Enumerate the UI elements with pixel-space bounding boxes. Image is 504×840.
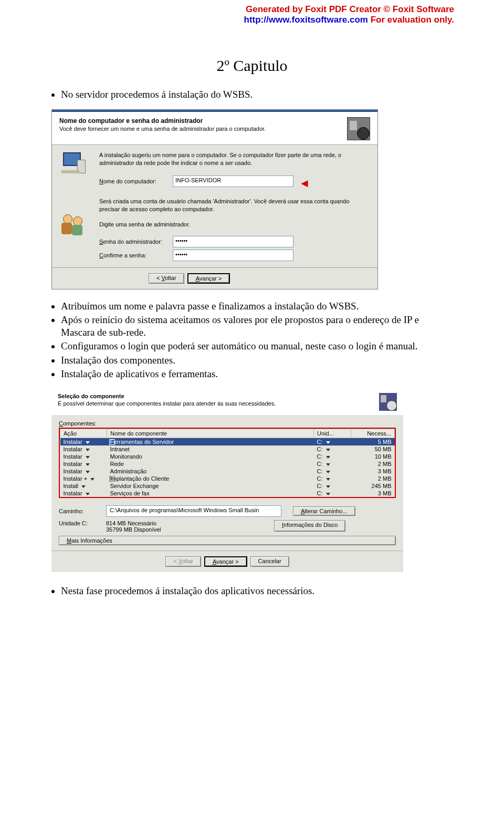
next-button[interactable]: Avançar > [187, 273, 230, 284]
users-icon [61, 213, 86, 236]
components-label: Componentes: [59, 420, 396, 427]
more-info-button[interactable]: Mais Informações [59, 536, 396, 545]
dialog1-title: Nome do computador e senha do administra… [59, 117, 266, 125]
disk-info-button[interactable]: Informações do Disco [274, 520, 345, 532]
table-row[interactable]: Instalar RedeC: 2 MB [60, 460, 395, 468]
dialog1-paragraph-3: Digite uma senha de administrador. [99, 221, 368, 229]
path-label: Caminho: [59, 508, 106, 514]
table-row[interactable]: Install Servidor ExchangeC: 245 MB [60, 482, 395, 490]
dialog1-subtitle: Você deve fornecer um nome e uma senha d… [59, 126, 266, 132]
intro-bullet: No servidor procedemos á instalação do W… [61, 88, 453, 101]
change-path-button[interactable]: Alterar Caminho... [293, 506, 355, 516]
dialog1-paragraph-1: A instalação sugeriu um nome para o comp… [99, 151, 368, 167]
highlight-arrow-icon: ◄ [299, 177, 310, 190]
password-input[interactable]: •••••• [173, 236, 293, 247]
list-item: Após o reinício do sistema aceitamos os … [61, 314, 453, 339]
component-selection-dialog: Seleção do componente É possível determi… [51, 389, 403, 572]
mid-bullet-list: Atribuímos um nome e palavra passe e fin… [61, 300, 453, 381]
back-button: < Voltar [165, 556, 201, 567]
table-row[interactable]: Instalar −Ferramentas do ServidorC: 5 MB [60, 438, 395, 446]
installer-dialog-name-password: Nome do computador e senha do administra… [51, 109, 378, 289]
chapter-title: 2º Capitulo [51, 57, 453, 75]
components-table-highlight: Ação Nome do componente Unid... Necess..… [59, 428, 396, 498]
list-item: Instalação de aplicativos e ferramentas. [61, 368, 453, 380]
table-row[interactable]: Instalar IntranetC: 50 MB [60, 445, 395, 453]
setup-disk-icon [379, 393, 397, 411]
watermark-line2: http://www.foxitsoftware.com For evaluat… [0, 15, 454, 25]
cancel-button[interactable]: Cancelar [250, 556, 289, 567]
confirm-password-label: Confirme a senha: [99, 252, 173, 258]
table-row[interactable]: Instalar Serviços de faxC: 3 MB [60, 490, 395, 497]
dialog2-subtitle: É possível determinar que componentes in… [58, 400, 276, 407]
watermark: Generated by Foxit PDF Creator © Foxit S… [0, 0, 504, 25]
confirm-password-input[interactable]: •••••• [173, 250, 293, 261]
dialog2-title: Seleção do componente [58, 393, 276, 399]
list-item: Instalação dos componentes. [61, 354, 453, 367]
next-button[interactable]: Avançar > [204, 556, 247, 567]
available-space: 35799 MB Disponível [106, 526, 274, 533]
unit-label: Unidade C: [59, 520, 106, 533]
password-label: Senha do administrador: [99, 238, 173, 245]
required-space: 814 MB Necessário [106, 520, 274, 526]
path-input[interactable]: C:\Arquivos de programas\Microsoft Windo… [106, 505, 281, 517]
dialog1-paragraph-2: Será criada uma conta de usuário chamada… [99, 198, 368, 213]
col-unit[interactable]: Unid... [314, 429, 351, 438]
setup-disk-icon [347, 117, 370, 140]
table-row[interactable]: Instalar + +Implantação do ClienteC: 2 M… [60, 475, 395, 482]
watermark-line1: Generated by Foxit PDF Creator © Foxit S… [0, 4, 454, 15]
computer-name-input[interactable]: INFO-SERVIDOR [173, 175, 293, 187]
table-row[interactable]: Instalar MonitorandoC: 10 MB [60, 453, 395, 460]
col-name[interactable]: Nome do componente [107, 429, 314, 438]
computer-icon [61, 152, 86, 173]
components-table[interactable]: Ação Nome do componente Unid... Necess..… [60, 429, 395, 497]
computer-name-label: Nome do computador: [99, 178, 173, 184]
list-item: Configuramos o login que poderá ser auto… [61, 340, 453, 352]
back-button[interactable]: < Voltar [149, 273, 184, 284]
col-action[interactable]: Ação [60, 429, 107, 438]
final-bullet: Nesta fase procedemos á instalação dos a… [61, 585, 453, 597]
table-row[interactable]: Instalar AdministraçãoC: 3 MB [60, 468, 395, 475]
col-size[interactable]: Necess... [351, 429, 395, 438]
list-item: Atribuímos um nome e palavra passe e fin… [61, 300, 453, 313]
